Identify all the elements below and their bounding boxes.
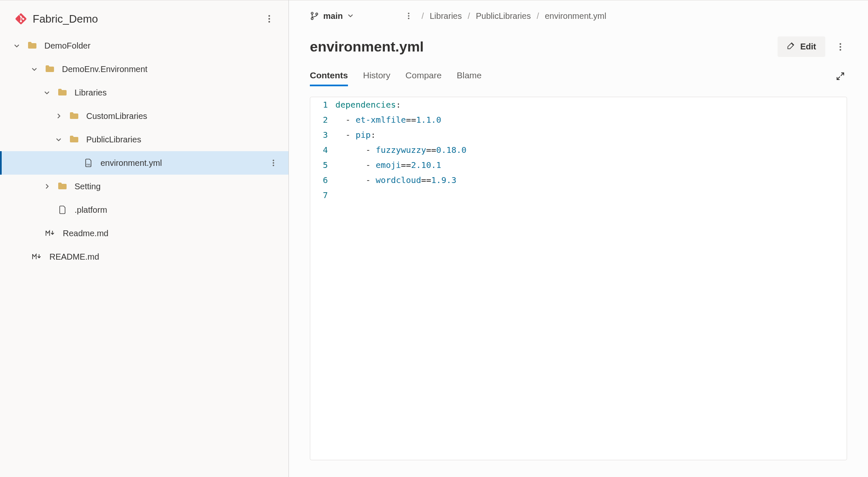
repo-title[interactable]: Fabric_Demo [33, 13, 263, 26]
tree-item-demofolder[interactable]: DemoFolder [0, 34, 288, 57]
folder-icon [69, 134, 80, 145]
chevron-right-icon[interactable] [54, 112, 63, 120]
folder-icon [57, 181, 68, 192]
tree-item-more-button[interactable] [267, 156, 280, 170]
svg-point-4 [273, 160, 274, 161]
svg-point-11 [408, 15, 410, 17]
svg-point-2 [268, 21, 270, 23]
tree-label: DemoEnv.Environment [62, 64, 280, 74]
folder-icon [44, 64, 55, 75]
markdown-icon [45, 228, 56, 239]
tab-compare[interactable]: Compare [405, 66, 441, 86]
chevron-down-icon[interactable] [43, 88, 51, 97]
tree-label: Setting [75, 182, 280, 191]
folder-icon [57, 87, 68, 98]
tree-item-environment-yml[interactable]: YML environment.yml [0, 151, 288, 175]
branch-selector[interactable]: main [310, 11, 354, 21]
pencil-icon [787, 41, 795, 52]
file-tree-sidebar: Fabric_Demo DemoFolder DemoEnv.Environme… [0, 0, 289, 477]
branch-more-button[interactable] [402, 10, 415, 22]
line-number: 6 [310, 173, 335, 188]
svg-point-10 [408, 13, 410, 14]
chevron-down-icon [347, 11, 354, 21]
svg-point-5 [273, 162, 274, 164]
tree-item-customlibraries[interactable]: CustomLibraries [0, 104, 288, 128]
breadcrumb-item[interactable]: PublicLibraries [476, 11, 531, 21]
svg-point-9 [316, 13, 318, 15]
edit-button[interactable]: Edit [778, 36, 825, 57]
svg-point-15 [840, 49, 841, 51]
breadcrumb-separator: / [468, 11, 470, 21]
edit-label: Edit [800, 42, 816, 52]
tab-contents[interactable]: Contents [310, 66, 348, 86]
svg-point-14 [840, 46, 841, 48]
folder-icon [27, 40, 38, 51]
tree-label: Readme.md [63, 229, 280, 238]
svg-point-12 [408, 18, 410, 19]
breadcrumb: / Libraries / PublicLibraries / environm… [422, 11, 606, 21]
svg-text:YML: YML [86, 163, 90, 166]
tree-label: .platform [75, 205, 280, 215]
svg-point-8 [311, 18, 313, 20]
line-number: 2 [310, 112, 335, 127]
tree-label: PublicLibraries [86, 135, 280, 144]
code-line: 3 - pip: [310, 127, 847, 142]
folder-icon [69, 111, 80, 121]
line-number: 5 [310, 157, 335, 173]
breadcrumb-item[interactable]: Libraries [430, 11, 462, 21]
tab-blame[interactable]: Blame [457, 66, 482, 86]
chevron-right-icon[interactable] [43, 182, 51, 191]
yml-file-icon: YML [83, 157, 94, 168]
tree-item-readme-lower[interactable]: Readme.md [0, 222, 288, 245]
breadcrumb-separator: / [537, 11, 539, 21]
expand-button[interactable] [834, 70, 847, 83]
git-repo-icon [15, 13, 27, 25]
tree-label: environment.yml [100, 158, 267, 168]
tree-item-publiclibraries[interactable]: PublicLibraries [0, 128, 288, 151]
chevron-down-icon[interactable] [30, 65, 39, 73]
line-number: 7 [310, 188, 335, 203]
tab-history[interactable]: History [363, 66, 390, 86]
git-branch-icon [310, 11, 319, 21]
chevron-down-icon[interactable] [13, 41, 21, 50]
code-line: 4 - fuzzywuzzy==0.18.0 [310, 142, 847, 157]
tree-item-platform[interactable]: .platform [0, 198, 288, 222]
code-line: 5 - emoji==2.10.1 [310, 157, 847, 173]
repo-header: Fabric_Demo [0, 7, 288, 34]
tree-item-demoenv[interactable]: DemoEnv.Environment [0, 57, 288, 81]
code-viewer[interactable]: 1 dependencies: 2 - et-xmlfile==1.1.0 3 … [310, 97, 847, 460]
line-number: 4 [310, 142, 335, 157]
markdown-icon [32, 251, 43, 262]
file-more-button[interactable] [834, 40, 847, 54]
line-number: 1 [310, 97, 335, 112]
title-bar: environment.yml Edit [289, 27, 868, 61]
repo-more-button[interactable] [263, 12, 276, 26]
code-line: 2 - et-xmlfile==1.1.0 [310, 112, 847, 127]
tree-label: DemoFolder [44, 41, 280, 51]
top-bar: main / Libraries / PublicLibraries / env… [289, 0, 868, 27]
svg-point-1 [268, 18, 270, 20]
code-line: 6 - wordcloud==1.9.3 [310, 173, 847, 188]
code-line: 1 dependencies: [310, 97, 847, 112]
svg-point-6 [273, 165, 274, 166]
line-number: 3 [310, 127, 335, 142]
tabs-bar: Contents History Compare Blame [289, 61, 868, 87]
tree-label: Libraries [75, 88, 280, 98]
chevron-down-icon[interactable] [54, 135, 63, 144]
branch-name: main [323, 11, 343, 21]
breadcrumb-item-current[interactable]: environment.yml [545, 11, 606, 21]
tree-label: CustomLibraries [86, 111, 280, 121]
file-tree: DemoFolder DemoEnv.Environment Libraries… [0, 34, 288, 268]
svg-point-0 [268, 15, 270, 17]
breadcrumb-separator: / [422, 11, 424, 21]
file-icon [57, 204, 68, 215]
tree-label: README.md [49, 252, 280, 262]
tree-item-readme-upper[interactable]: README.md [0, 245, 288, 268]
file-title: environment.yml [310, 39, 778, 55]
tree-item-setting[interactable]: Setting [0, 175, 288, 198]
main-content: main / Libraries / PublicLibraries / env… [289, 0, 868, 477]
svg-point-7 [311, 12, 313, 14]
code-line: 7 [310, 188, 847, 203]
tree-item-libraries[interactable]: Libraries [0, 81, 288, 104]
svg-point-13 [840, 43, 841, 45]
